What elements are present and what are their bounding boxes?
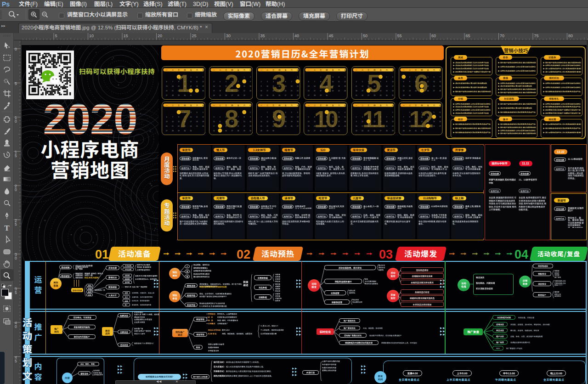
svg-text:19: 19 [202,85,204,87]
svg-text:15: 15 [392,121,394,123]
svg-text:16: 16 [409,85,411,87]
svg-text:9: 9 [273,116,274,118]
svg-text:8: 8 [321,80,322,82]
svg-text:13: 13 [297,116,299,118]
svg-text:27: 27 [165,94,167,96]
svg-text:5: 5 [203,76,204,78]
svg-text:5: 5 [345,76,345,78]
svg-text:2: 2 [273,112,274,113]
svg-text:1: 1 [177,69,191,97]
svg-text:3: 3 [279,112,280,113]
svg-text:六: 六 [291,104,293,107]
svg-text:5: 5 [15,222,17,226]
svg-text:14: 14 [439,80,441,82]
svg-text:六: 六 [196,68,198,71]
svg-text:16: 16 [415,121,417,123]
svg-text:15: 15 [409,121,411,123]
svg-text:4: 4 [220,116,220,118]
svg-text:六: 六 [433,68,435,71]
svg-text:6: 6 [297,112,298,113]
svg-text:16: 16 [249,121,251,123]
svg-text:23: 23 [332,125,334,127]
svg-text:24: 24 [213,130,215,132]
svg-text:13: 13 [231,85,233,87]
svg-text:28: 28 [314,94,316,96]
svg-text:21: 21 [172,125,174,127]
svg-text:3: 3 [214,80,215,82]
svg-text:25: 25 [272,94,274,96]
svg-text:19: 19 [308,125,310,127]
svg-text:15: 15 [178,121,180,123]
svg-text:5: 5 [279,80,280,82]
svg-text:24: 24 [421,125,423,127]
svg-text:13: 13 [285,85,287,87]
svg-text:22: 22 [320,90,322,91]
svg-text:13: 13 [165,85,167,87]
svg-text:13: 13 [308,85,310,87]
svg-text:12: 12 [225,121,227,123]
svg-text:5: 5 [428,76,429,78]
svg-text:18: 18 [272,90,274,91]
svg-text:21: 21 [403,125,405,127]
svg-text:3: 3 [415,76,416,78]
svg-text:2: 2 [184,112,185,113]
svg-text:28: 28 [373,94,375,96]
svg-text:6: 6 [380,116,381,118]
svg-text:6: 6 [166,116,167,118]
svg-text:4: 4 [196,76,197,78]
svg-text:23: 23 [260,94,262,96]
svg-text:19: 19 [433,121,435,123]
svg-text:23: 23 [249,125,251,127]
svg-text:15: 15 [243,85,245,87]
svg-text:30: 30 [415,130,417,132]
svg-text:六: 六 [243,68,245,71]
svg-text:26: 26 [373,130,375,132]
svg-text:31: 31 [190,94,192,96]
svg-text:8: 8 [392,116,393,118]
svg-text:六: 六 [433,104,435,107]
svg-text:31: 31 [338,130,340,132]
svg-text:二: 二 [266,104,268,107]
svg-text:25: 25 [192,34,197,38]
svg-text:11: 11 [196,116,198,118]
svg-text:11: 11 [285,116,286,118]
svg-text:二: 二 [171,104,173,107]
svg-text:3: 3 [333,76,334,78]
svg-text:9: 9 [250,80,251,82]
svg-text:16: 16 [386,85,388,87]
svg-text:0: 0 [15,187,17,192]
svg-text:5: 5 [203,112,204,113]
svg-text:9: 9 [333,116,334,118]
svg-text:24: 24 [266,94,268,96]
svg-text:6: 6 [434,76,435,78]
svg-text:8: 8 [380,80,381,82]
svg-text:29: 29 [326,130,328,132]
svg-text:14: 14 [320,121,322,123]
svg-text:9: 9 [250,116,251,118]
svg-text:日: 日 [297,68,299,71]
svg-text:29: 29 [409,130,411,132]
svg-text:16: 16 [326,85,328,87]
svg-text:12: 12 [225,85,227,87]
svg-text:30: 30 [326,94,328,96]
svg-text:二: 二 [314,68,316,71]
svg-text:17: 17 [213,90,215,91]
svg-text:二: 二 [219,68,221,71]
svg-text:55: 55 [397,34,402,38]
svg-text:18: 18 [356,90,357,91]
svg-text:26: 26 [279,94,281,96]
svg-text:24: 24 [332,90,334,91]
svg-text:14: 14 [291,85,293,87]
svg-text:28: 28 [172,94,174,96]
svg-text:19: 19 [225,90,227,91]
svg-text:24: 24 [415,90,417,91]
svg-text:3: 3 [272,69,285,97]
svg-text:16: 16 [184,121,186,123]
svg-text:6: 6 [414,69,428,97]
svg-text:19: 19 [427,85,429,87]
svg-text:2: 2 [225,69,237,97]
svg-text:六: 六 [291,68,293,71]
svg-text:4: 4 [285,112,286,113]
svg-text:70: 70 [500,34,504,38]
svg-text:4: 4 [273,80,274,82]
